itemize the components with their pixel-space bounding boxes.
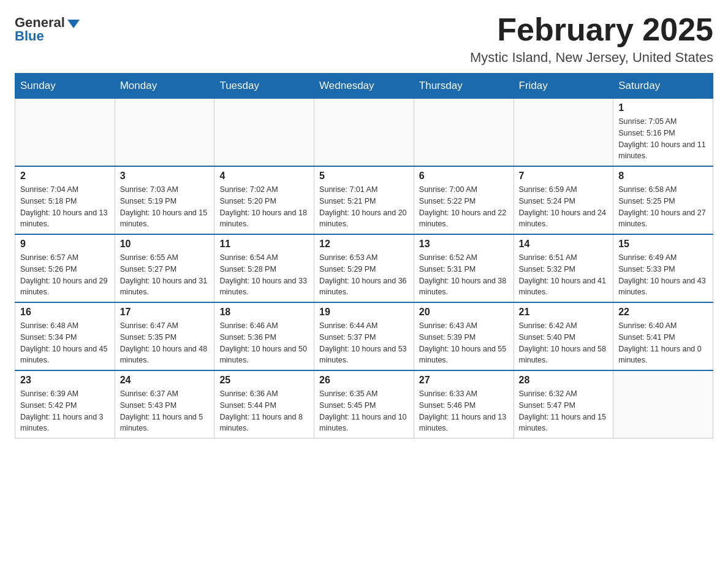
day-number: 14 bbox=[519, 239, 609, 250]
day-info: Sunrise: 7:02 AMSunset: 5:20 PMDaylight:… bbox=[219, 184, 309, 230]
calendar-cell: 23Sunrise: 6:39 AMSunset: 5:42 PMDayligh… bbox=[15, 370, 115, 439]
day-number: 15 bbox=[618, 239, 708, 250]
header-sunday: Sunday bbox=[15, 74, 115, 99]
calendar-cell: 5Sunrise: 7:01 AMSunset: 5:21 PMDaylight… bbox=[314, 166, 414, 234]
calendar-header-row: Sunday Monday Tuesday Wednesday Thursday… bbox=[15, 74, 713, 99]
calendar-cell: 25Sunrise: 6:36 AMSunset: 5:44 PMDayligh… bbox=[214, 370, 314, 439]
calendar-cell: 4Sunrise: 7:02 AMSunset: 5:20 PMDaylight… bbox=[214, 166, 314, 234]
day-info: Sunrise: 6:58 AMSunset: 5:25 PMDaylight:… bbox=[618, 184, 708, 230]
week-row-4: 16Sunrise: 6:48 AMSunset: 5:34 PMDayligh… bbox=[15, 302, 713, 370]
calendar-cell: 6Sunrise: 7:00 AMSunset: 5:22 PMDaylight… bbox=[414, 166, 514, 234]
calendar-cell: 1Sunrise: 7:05 AMSunset: 5:16 PMDaylight… bbox=[613, 99, 713, 167]
day-number: 22 bbox=[618, 307, 708, 318]
day-info: Sunrise: 6:37 AMSunset: 5:43 PMDaylight:… bbox=[120, 388, 210, 434]
calendar-cell bbox=[514, 99, 613, 167]
day-number: 18 bbox=[219, 307, 309, 318]
week-row-5: 23Sunrise: 6:39 AMSunset: 5:42 PMDayligh… bbox=[15, 370, 713, 439]
calendar-cell: 22Sunrise: 6:40 AMSunset: 5:41 PMDayligh… bbox=[613, 302, 713, 370]
calendar-cell: 3Sunrise: 7:03 AMSunset: 5:19 PMDaylight… bbox=[115, 166, 214, 234]
day-info: Sunrise: 7:04 AMSunset: 5:18 PMDaylight:… bbox=[20, 184, 110, 230]
day-info: Sunrise: 6:47 AMSunset: 5:35 PMDaylight:… bbox=[120, 320, 210, 366]
calendar-cell: 15Sunrise: 6:49 AMSunset: 5:33 PMDayligh… bbox=[613, 234, 713, 302]
calendar-cell: 16Sunrise: 6:48 AMSunset: 5:34 PMDayligh… bbox=[15, 302, 115, 370]
day-info: Sunrise: 7:05 AMSunset: 5:16 PMDaylight:… bbox=[618, 116, 708, 162]
day-number: 24 bbox=[120, 375, 210, 386]
day-info: Sunrise: 6:49 AMSunset: 5:33 PMDaylight:… bbox=[618, 252, 708, 298]
day-number: 26 bbox=[319, 375, 409, 386]
calendar-cell bbox=[214, 99, 314, 167]
day-info: Sunrise: 6:46 AMSunset: 5:36 PMDaylight:… bbox=[219, 320, 309, 366]
calendar-cell: 17Sunrise: 6:47 AMSunset: 5:35 PMDayligh… bbox=[115, 302, 214, 370]
header-monday: Monday bbox=[115, 74, 214, 99]
day-info: Sunrise: 6:39 AMSunset: 5:42 PMDaylight:… bbox=[20, 388, 110, 434]
day-info: Sunrise: 6:52 AMSunset: 5:31 PMDaylight:… bbox=[419, 252, 509, 298]
calendar-cell: 7Sunrise: 6:59 AMSunset: 5:24 PMDaylight… bbox=[514, 166, 613, 234]
day-info: Sunrise: 6:40 AMSunset: 5:41 PMDaylight:… bbox=[618, 320, 708, 366]
day-info: Sunrise: 6:55 AMSunset: 5:27 PMDaylight:… bbox=[120, 252, 210, 298]
day-number: 5 bbox=[319, 170, 409, 182]
calendar-cell: 10Sunrise: 6:55 AMSunset: 5:27 PMDayligh… bbox=[115, 234, 214, 302]
day-number: 11 bbox=[219, 239, 309, 250]
calendar-table: Sunday Monday Tuesday Wednesday Thursday… bbox=[15, 73, 713, 439]
calendar-cell: 2Sunrise: 7:04 AMSunset: 5:18 PMDaylight… bbox=[15, 166, 115, 234]
day-number: 4 bbox=[219, 170, 309, 182]
header-wednesday: Wednesday bbox=[314, 74, 414, 99]
calendar-cell: 24Sunrise: 6:37 AMSunset: 5:43 PMDayligh… bbox=[115, 370, 214, 439]
logo-arrow-icon bbox=[67, 20, 80, 28]
day-number: 3 bbox=[120, 170, 210, 182]
day-number: 16 bbox=[20, 307, 110, 318]
day-info: Sunrise: 6:42 AMSunset: 5:40 PMDaylight:… bbox=[519, 320, 609, 366]
day-number: 1 bbox=[618, 102, 708, 113]
calendar-cell: 20Sunrise: 6:43 AMSunset: 5:39 PMDayligh… bbox=[414, 302, 514, 370]
calendar-cell: 26Sunrise: 6:35 AMSunset: 5:45 PMDayligh… bbox=[314, 370, 414, 439]
day-number: 8 bbox=[618, 170, 708, 182]
week-row-3: 9Sunrise: 6:57 AMSunset: 5:26 PMDaylight… bbox=[15, 234, 713, 302]
day-info: Sunrise: 6:35 AMSunset: 5:45 PMDaylight:… bbox=[319, 388, 409, 434]
day-number: 23 bbox=[20, 375, 110, 386]
day-number: 7 bbox=[519, 170, 609, 182]
day-info: Sunrise: 6:32 AMSunset: 5:47 PMDaylight:… bbox=[519, 388, 609, 434]
header-friday: Friday bbox=[514, 74, 613, 99]
location-subtitle: Mystic Island, New Jersey, United States bbox=[470, 50, 713, 66]
calendar-cell: 19Sunrise: 6:44 AMSunset: 5:37 PMDayligh… bbox=[314, 302, 414, 370]
day-number: 6 bbox=[419, 170, 509, 182]
title-section: February 2025 Mystic Island, New Jersey,… bbox=[470, 12, 713, 66]
day-info: Sunrise: 6:59 AMSunset: 5:24 PMDaylight:… bbox=[519, 184, 609, 230]
calendar-cell: 14Sunrise: 6:51 AMSunset: 5:32 PMDayligh… bbox=[514, 234, 613, 302]
week-row-2: 2Sunrise: 7:04 AMSunset: 5:18 PMDaylight… bbox=[15, 166, 713, 234]
calendar-cell bbox=[115, 99, 214, 167]
day-number: 25 bbox=[219, 375, 309, 386]
day-number: 13 bbox=[419, 239, 509, 250]
day-info: Sunrise: 6:57 AMSunset: 5:26 PMDaylight:… bbox=[20, 252, 110, 298]
week-row-1: 1Sunrise: 7:05 AMSunset: 5:16 PMDaylight… bbox=[15, 99, 713, 167]
day-info: Sunrise: 7:03 AMSunset: 5:19 PMDaylight:… bbox=[120, 184, 210, 230]
day-number: 19 bbox=[319, 307, 409, 318]
day-number: 2 bbox=[20, 170, 110, 182]
calendar-cell: 27Sunrise: 6:33 AMSunset: 5:46 PMDayligh… bbox=[414, 370, 514, 439]
calendar-cell: 12Sunrise: 6:53 AMSunset: 5:29 PMDayligh… bbox=[314, 234, 414, 302]
day-number: 12 bbox=[319, 239, 409, 250]
calendar-cell: 11Sunrise: 6:54 AMSunset: 5:28 PMDayligh… bbox=[214, 234, 314, 302]
day-info: Sunrise: 6:48 AMSunset: 5:34 PMDaylight:… bbox=[20, 320, 110, 366]
header-thursday: Thursday bbox=[414, 74, 514, 99]
day-info: Sunrise: 6:36 AMSunset: 5:44 PMDaylight:… bbox=[219, 388, 309, 434]
day-info: Sunrise: 6:33 AMSunset: 5:46 PMDaylight:… bbox=[419, 388, 509, 434]
page-header: General Blue February 2025 Mystic Island… bbox=[15, 12, 713, 66]
day-number: 10 bbox=[120, 239, 210, 250]
calendar-cell: 13Sunrise: 6:52 AMSunset: 5:31 PMDayligh… bbox=[414, 234, 514, 302]
calendar-cell bbox=[414, 99, 514, 167]
month-year-title: February 2025 bbox=[470, 12, 713, 47]
day-info: Sunrise: 7:00 AMSunset: 5:22 PMDaylight:… bbox=[419, 184, 509, 230]
header-tuesday: Tuesday bbox=[214, 74, 314, 99]
day-info: Sunrise: 6:54 AMSunset: 5:28 PMDaylight:… bbox=[219, 252, 309, 298]
day-info: Sunrise: 6:53 AMSunset: 5:29 PMDaylight:… bbox=[319, 252, 409, 298]
day-info: Sunrise: 6:43 AMSunset: 5:39 PMDaylight:… bbox=[419, 320, 509, 366]
calendar-cell: 9Sunrise: 6:57 AMSunset: 5:26 PMDaylight… bbox=[15, 234, 115, 302]
calendar-cell: 21Sunrise: 6:42 AMSunset: 5:40 PMDayligh… bbox=[514, 302, 613, 370]
day-info: Sunrise: 6:44 AMSunset: 5:37 PMDaylight:… bbox=[319, 320, 409, 366]
calendar-cell bbox=[314, 99, 414, 167]
day-info: Sunrise: 7:01 AMSunset: 5:21 PMDaylight:… bbox=[319, 184, 409, 230]
calendar-cell bbox=[15, 99, 115, 167]
day-number: 17 bbox=[120, 307, 210, 318]
calendar-cell bbox=[613, 370, 713, 439]
